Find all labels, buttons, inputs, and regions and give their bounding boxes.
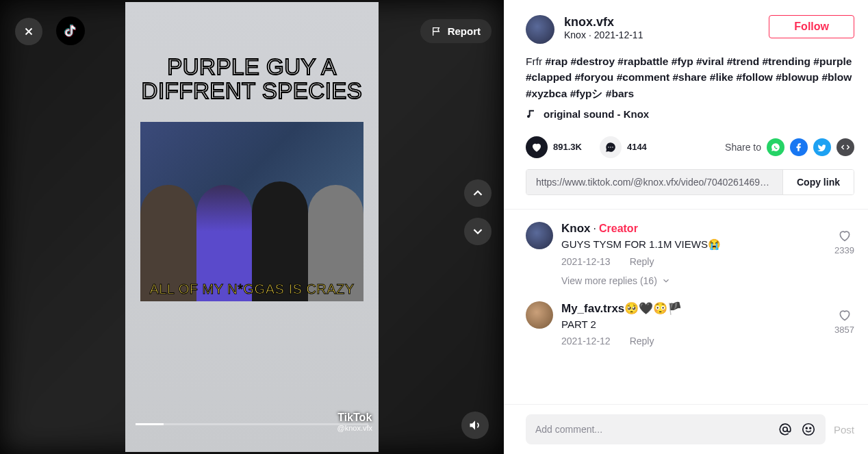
comment-item: Knox·Creator GUYS TYSM FOR 1.1M VIEWS😭 2… xyxy=(526,222,854,286)
video-progress[interactable] xyxy=(136,423,368,425)
svg-point-0 xyxy=(608,147,609,148)
comment-like-count: 3857 xyxy=(834,325,854,335)
svg-point-6 xyxy=(810,427,811,429)
whatsapp-icon xyxy=(771,142,780,152)
view-replies-label: View more replies (16) xyxy=(561,275,657,286)
watermark-brand: TikTok xyxy=(337,412,372,424)
like-stat[interactable]: 891.3K xyxy=(526,136,582,158)
mention-icon[interactable] xyxy=(778,422,793,437)
comment-composer: Add comment... Post xyxy=(504,404,868,454)
svg-point-1 xyxy=(610,147,611,148)
meme-image: ALL OF MY N*GGAS IS CRAZY xyxy=(140,122,363,301)
heart-outline-icon xyxy=(838,308,852,322)
share-embed-button[interactable] xyxy=(837,138,854,156)
caption-text: Frfr xyxy=(526,55,545,67)
info-panel: knox.vfx Knox·2021-12-11 Follow Frfr #ra… xyxy=(504,0,868,454)
post-comment-button[interactable]: Post xyxy=(834,424,854,436)
comment-date: 2021-12-12 xyxy=(561,336,611,346)
share-block: Share to xyxy=(725,138,854,156)
volume-button[interactable] xyxy=(461,412,489,439)
svg-point-3 xyxy=(783,427,787,431)
heart-icon xyxy=(531,141,543,153)
tiktok-logo[interactable] xyxy=(56,16,85,45)
emoji-icon[interactable] xyxy=(801,422,816,437)
chevron-up-icon xyxy=(470,186,485,201)
author-avatar[interactable] xyxy=(526,15,554,44)
video-content[interactable]: PURPLE GUY A DIFFRENT SPECIES ALL OF MY … xyxy=(125,2,379,452)
svg-point-2 xyxy=(612,147,613,148)
meme-title-line2: DIFFRENT SPECIES xyxy=(142,79,363,103)
meme-title: PURPLE GUY A DIFFRENT SPECIES xyxy=(142,55,363,103)
comment-avatar[interactable] xyxy=(526,222,553,249)
next-video-button[interactable] xyxy=(464,218,492,245)
post-date: 2021-12-11 xyxy=(594,29,643,40)
share-link-input[interactable] xyxy=(526,170,782,194)
heart-outline-icon xyxy=(838,229,852,242)
comment-avatar[interactable] xyxy=(526,301,553,329)
report-button[interactable]: Report xyxy=(420,19,492,43)
author-username[interactable]: knox.vfx xyxy=(564,15,759,29)
close-button[interactable] xyxy=(15,18,42,45)
comment-date: 2021-12-13 xyxy=(561,256,611,267)
comment-placeholder: Add comment... xyxy=(535,424,602,435)
tiktok-logo-icon xyxy=(63,23,78,38)
twitter-icon xyxy=(817,142,827,152)
chevron-down-icon xyxy=(470,224,485,239)
comment-text: PART 2 xyxy=(561,318,826,330)
comment-like[interactable]: 2339 xyxy=(834,222,854,286)
flag-icon xyxy=(431,26,442,37)
comment-like[interactable]: 3857 xyxy=(834,301,854,346)
like-count: 891.3K xyxy=(553,142,582,152)
watermark-user: @knox.vfx xyxy=(337,424,372,432)
video-caption: Frfr #rap #destroy #rapbattle #fyp #vira… xyxy=(504,44,868,101)
svg-point-5 xyxy=(806,427,807,429)
share-whatsapp-button[interactable] xyxy=(767,138,784,156)
sound-row[interactable]: original sound - Knox xyxy=(504,101,868,120)
follow-button[interactable]: Follow xyxy=(769,15,854,38)
video-progress-fill xyxy=(136,423,164,425)
share-twitter-button[interactable] xyxy=(813,138,831,156)
author-subline: Knox·2021-12-11 xyxy=(564,29,759,40)
comment-reply-button[interactable]: Reply xyxy=(630,336,654,346)
author-header: knox.vfx Knox·2021-12-11 Follow xyxy=(504,0,868,44)
caption-tags[interactable]: #rap #destroy #rapbattle #fyp #viral #tr… xyxy=(526,55,852,99)
creator-badge: Creator xyxy=(599,223,638,234)
comment-reply-button[interactable]: Reply xyxy=(630,256,654,267)
code-icon xyxy=(841,142,850,152)
meme-caption: ALL OF MY N*GGAS IS CRAZY xyxy=(149,281,354,297)
comment-like-count: 2339 xyxy=(834,245,854,255)
comment-input[interactable]: Add comment... xyxy=(526,414,826,444)
comment-text: GUYS TYSM FOR 1.1M VIEWS😭 xyxy=(561,238,826,251)
comment-item: My_fav.trxs🥺🖤😳🏴 PART 2 2021-12-12 Reply … xyxy=(526,301,854,346)
comment-stat[interactable]: 4144 xyxy=(600,136,647,158)
previous-video-button[interactable] xyxy=(464,179,492,207)
svg-point-4 xyxy=(803,424,815,436)
share-link-row: Copy link xyxy=(526,169,854,195)
video-panel: PURPLE GUY A DIFFRENT SPECIES ALL OF MY … xyxy=(0,0,504,454)
video-watermark: TikTok @knox.vfx xyxy=(337,412,372,432)
share-facebook-button[interactable] xyxy=(790,138,808,156)
comments-list[interactable]: Knox·Creator GUYS TYSM FOR 1.1M VIEWS😭 2… xyxy=(504,210,868,404)
music-note-icon xyxy=(526,108,537,119)
meme-title-line1: PURPLE GUY A xyxy=(142,55,363,79)
stats-row: 891.3K 4144 Share to xyxy=(504,120,868,158)
share-to-label: Share to xyxy=(725,142,761,153)
view-replies-button[interactable]: View more replies (16) xyxy=(561,275,826,286)
close-icon xyxy=(23,25,35,38)
facebook-icon xyxy=(794,142,804,152)
comment-author[interactable]: My_fav.trxs🥺🖤😳🏴 xyxy=(561,301,826,316)
report-label: Report xyxy=(448,25,481,37)
comment-count: 4144 xyxy=(627,142,647,152)
sound-label: original sound - Knox xyxy=(544,108,649,120)
comment-author[interactable]: Knox xyxy=(561,222,591,235)
copy-link-button[interactable]: Copy link xyxy=(782,170,854,194)
volume-icon xyxy=(468,418,482,432)
author-display-name: Knox xyxy=(564,29,586,40)
chevron-down-icon xyxy=(661,276,671,286)
comment-icon xyxy=(604,141,617,153)
